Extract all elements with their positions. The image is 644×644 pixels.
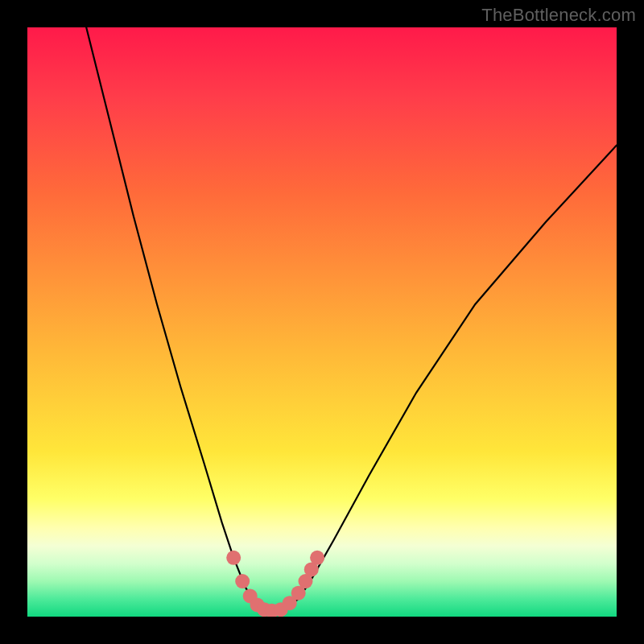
chart-plot-area bbox=[27, 27, 617, 617]
highlight-dot bbox=[226, 551, 241, 565]
chart-frame: TheBottleneck.com bbox=[0, 0, 644, 644]
highlight-dot bbox=[310, 551, 324, 565]
watermark-label: TheBottleneck.com bbox=[481, 5, 636, 26]
chart-svg bbox=[27, 27, 617, 617]
highlight-dots-group bbox=[226, 551, 324, 617]
highlight-dot bbox=[235, 574, 250, 588]
bottleneck-curve-path bbox=[86, 27, 617, 611]
